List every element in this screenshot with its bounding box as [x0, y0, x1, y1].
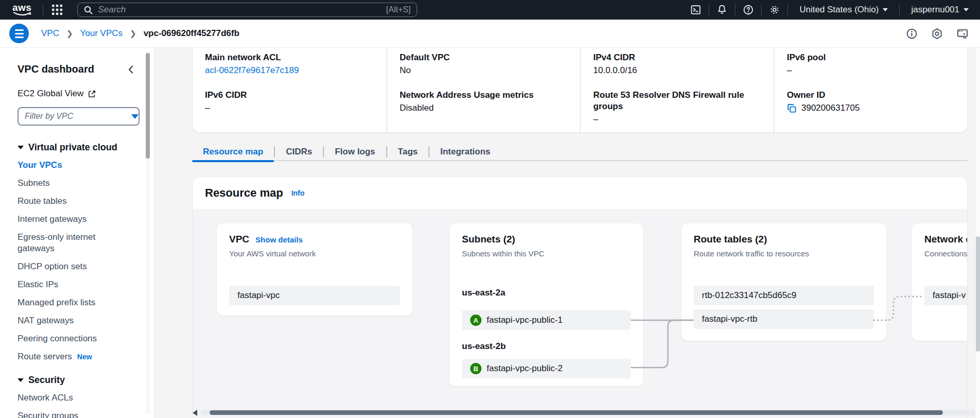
main-network-acl-link[interactable]: acl-0622f7e9617e7c189 — [205, 65, 374, 76]
network-connection-resource-row[interactable]: fastapi-v — [924, 286, 967, 305]
copy-icon — [787, 103, 797, 113]
sidebar-item-ec2-global-view[interactable]: EC2 Global View — [18, 89, 136, 99]
sidebar-title[interactable]: VPC dashboard — [18, 63, 94, 75]
aws-console-page: aws [Alt+S] — [0, 0, 980, 418]
sidebar-item-internet-gateways[interactable]: Internet gateways — [18, 214, 127, 225]
sidebar-item-peering-connections[interactable]: Peering connections — [18, 333, 127, 344]
horizontal-scrollbar-thumb[interactable] — [210, 410, 943, 415]
detail-owner-id: Owner ID 390200631705 — [787, 90, 955, 114]
route-table-resource-row[interactable]: rtb-012c33147cb5d65c9 — [694, 286, 874, 305]
sidebar-menu-button[interactable] — [9, 24, 29, 43]
assistant-hexagon-icon — [931, 28, 943, 40]
vpc-resource-row[interactable]: fastapi-vpc — [229, 286, 400, 305]
subnet-name: fastapi-vpc-public-1 — [487, 315, 562, 325]
filter-by-vpc-input[interactable] — [25, 112, 131, 121]
sidebar-item-egress-only-internet-gateways[interactable]: Egress-only internet gateways — [18, 232, 127, 254]
resource-map-route-tables-card: Route tables (2) Route network traffic t… — [681, 223, 886, 341]
settings-gear-icon — [769, 4, 780, 15]
sidebar-security-list: Network ACLs Security groups — [18, 392, 136, 418]
filter-by-vpc-select[interactable] — [18, 107, 140, 126]
details-column-3: IPv4 CIDR 10.0.0.0/16 Route 53 Resolver … — [580, 48, 773, 132]
resource-map-network-connections-card: Network connections Connections to other… — [912, 223, 967, 341]
aws-logo-text: aws — [12, 4, 31, 12]
global-search[interactable]: [Alt+S] — [77, 3, 417, 17]
topbar-actions: United States (Ohio) jaspernu001 — [683, 0, 980, 20]
notifications-bell-icon — [716, 4, 728, 15]
vpc-card-subtitle: Your AWS virtual network — [229, 249, 400, 258]
sidebar-item-your-vpcs[interactable]: Your VPCs — [18, 160, 127, 171]
subnet-resource-row[interactable]: A fastapi-vpc-public-1 — [462, 310, 631, 330]
tab-tags[interactable]: Tags — [387, 143, 428, 161]
sidebar-section-virtual-private-cloud[interactable]: Virtual private cloud — [18, 142, 136, 153]
sidebar-item-route-tables[interactable]: Route tables — [18, 196, 127, 207]
show-details-link[interactable]: Show details — [255, 235, 303, 244]
tab-cidrs[interactable]: CIDRs — [275, 143, 323, 161]
resource-map-vpc-card: VPC Show details Your AWS virtual networ… — [217, 223, 412, 316]
hamburger-icon — [15, 29, 24, 31]
sidebar-item-subnets[interactable]: Subnets — [18, 178, 127, 189]
vertical-scrollbar-thumb[interactable] — [976, 236, 980, 352]
owner-id-value: 390200631705 — [801, 102, 859, 114]
route-table-resource-row[interactable]: fastapi-vpc-rtb — [694, 309, 874, 329]
username-label: jaspernu001 — [911, 5, 959, 15]
breadcrumb-link-vpc[interactable]: VPC — [41, 28, 59, 39]
network-connections-card-title: Network connections — [924, 234, 967, 245]
notifications-button[interactable] — [709, 0, 735, 20]
sidebar-item-network-acls[interactable]: Network ACLs — [18, 392, 127, 404]
help-button[interactable] — [735, 0, 761, 20]
horizontal-scrollbar — [193, 409, 980, 416]
subnets-card-subtitle: Subnets within this VPC — [462, 249, 631, 258]
section-label: Security — [28, 375, 65, 386]
tab-integrations[interactable]: Integrations — [429, 143, 501, 161]
az-b-badge: B — [470, 363, 482, 374]
account-menu[interactable]: jaspernu001 — [900, 0, 980, 20]
settings-button[interactable] — [762, 0, 787, 20]
assistant-button[interactable] — [931, 28, 943, 40]
sidebar-collapse-button[interactable] — [127, 65, 136, 74]
copy-owner-id-button[interactable] — [787, 103, 797, 113]
ec2-global-view-label: EC2 Global View — [18, 89, 83, 99]
apps-grid-button[interactable] — [51, 4, 63, 15]
sidebar-item-elastic-ips[interactable]: Elastic IPs — [18, 279, 127, 290]
sidebar-section-security[interactable]: Security — [18, 375, 136, 386]
sidebar-item-security-groups[interactable]: Security groups — [18, 410, 127, 418]
region-selector[interactable]: United States (Ohio) — [788, 0, 899, 20]
console-toolbar-button[interactable] — [956, 28, 969, 40]
breadcrumb-bar: VPC ❯ Your VPCs ❯ vpc-069620ff45277d6fb — [0, 20, 980, 48]
az-label-us-east-2a: us-east-2a — [462, 288, 631, 298]
chevron-left-icon — [127, 65, 134, 74]
detail-route53-firewall-groups: Route 53 Resolver DNS Firewall rule grou… — [593, 90, 761, 125]
subnet-resource-row[interactable]: B fastapi-vpc-public-2 — [462, 359, 631, 378]
breadcrumb-link-your-vpcs[interactable]: Your VPCs — [80, 28, 123, 39]
sidebar-item-route-servers[interactable]: Route serversNew — [18, 351, 127, 362]
horizontal-scrollbar-track[interactable] — [200, 410, 980, 415]
vpc-details-card: Main network ACL acl-0622f7e9617e7c189 I… — [192, 48, 968, 133]
sidebar-scrollbar[interactable] — [146, 52, 150, 414]
vertical-scrollbar[interactable] — [975, 48, 980, 418]
region-label: United States (Ohio) — [799, 5, 879, 15]
az-label-us-east-2b: us-east-2b — [462, 341, 631, 352]
info-link[interactable]: Info — [291, 189, 305, 197]
cloudshell-button[interactable] — [683, 0, 709, 20]
breadcrumb-separator: ❯ — [130, 29, 136, 38]
sidebar-item-dhcp-option-sets[interactable]: DHCP option sets — [18, 261, 127, 272]
detail-ipv6-pool: IPv6 pool – — [787, 52, 955, 76]
info-panel-button[interactable] — [906, 28, 918, 40]
aws-logo[interactable]: aws — [12, 4, 31, 16]
search-input[interactable] — [98, 5, 386, 15]
resource-map-subnets-card: Subnets (2) Subnets within this VPC us-e… — [450, 223, 643, 386]
tab-flow-logs[interactable]: Flow logs — [324, 143, 386, 161]
scroll-left-button[interactable] — [193, 410, 197, 416]
tab-resource-map[interactable]: Resource map — [192, 143, 274, 161]
detail-network-address-usage-metrics: Network Address Usage metrics Disabled — [400, 90, 568, 114]
topbar-divider — [43, 4, 43, 15]
sidebar-scrollbar-thumb[interactable] — [146, 53, 150, 159]
network-connection-name: fastapi-v — [933, 290, 966, 301]
subnets-card-title: Subnets (2) — [462, 234, 515, 245]
route-tables-card-title: Route tables (2) — [694, 234, 767, 245]
route-tables-card-subtitle: Route network traffic to resources — [694, 249, 874, 258]
sidebar-item-nat-gateways[interactable]: NAT gateways — [18, 315, 127, 326]
sidebar-item-managed-prefix-lists[interactable]: Managed prefix lists — [18, 297, 127, 308]
search-shortcut-hint: [Alt+S] — [386, 5, 411, 14]
section-expand-icon — [18, 378, 24, 382]
